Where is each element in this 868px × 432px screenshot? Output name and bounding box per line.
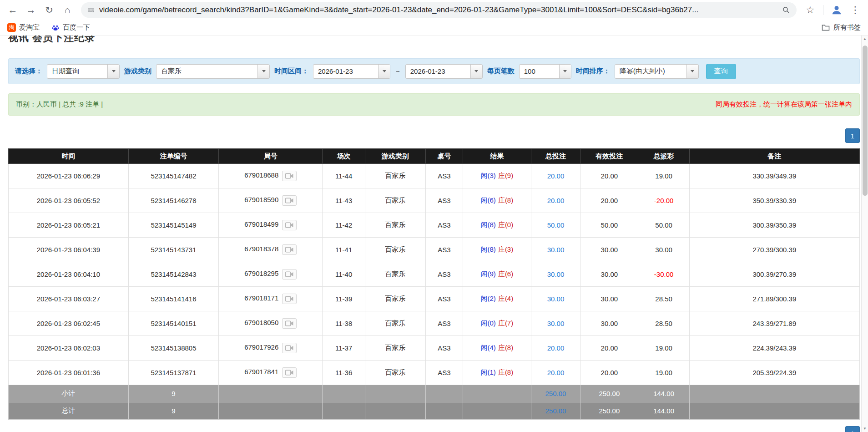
video-replay-button[interactable] <box>282 294 297 304</box>
date-end-input[interactable]: 2026-01-23 <box>405 64 483 79</box>
search-button[interactable]: 查询 <box>706 64 736 79</box>
dropdown-arrow-icon[interactable] <box>257 65 269 78</box>
column-header: 注单编号 <box>128 149 218 164</box>
site-info-icon[interactable] <box>87 6 95 14</box>
page-size-select[interactable]: 100 <box>519 64 571 79</box>
page-title: 视讯 会员下注纪录 <box>8 36 860 45</box>
table-row: 2026-01-23 06:03:27 523145141416 6790181… <box>9 287 860 311</box>
home-button[interactable]: ⌂ <box>59 2 76 18</box>
result-player: 闲(4) <box>481 344 496 351</box>
bookmarks-divider <box>815 23 815 33</box>
result-banker: 庄(8) <box>498 368 513 376</box>
bookmark-label: 百度一下 <box>63 23 90 32</box>
cell-note: 271.89/300.39 <box>689 287 859 311</box>
result-banker: 庄(8) <box>498 196 513 204</box>
cell-payout: -20.00 <box>638 188 689 213</box>
cell-valid-bet: 20.00 <box>580 188 638 213</box>
video-replay-button[interactable] <box>282 343 297 353</box>
folder-icon <box>822 24 830 31</box>
reload-button[interactable]: ↻ <box>41 2 57 18</box>
cell-total-bet: 30.00 <box>531 287 580 311</box>
bookmark-taobao[interactable]: 淘 爱淘宝 <box>7 23 40 32</box>
scroll-down-icon[interactable]: ▼ <box>862 425 868 432</box>
result-player: 闲(2) <box>481 295 496 302</box>
address-bar[interactable]: videoie.com/game/betrecord_search/kind3?… <box>81 2 797 18</box>
scrollbar-thumb[interactable] <box>863 46 868 196</box>
table-row: 2026-01-23 06:01:36 523145137871 6790178… <box>9 361 860 385</box>
cell-payout: 19.00 <box>638 164 689 188</box>
dropdown-arrow-icon[interactable] <box>107 65 119 78</box>
time-range-label: 时间区间： <box>274 67 308 76</box>
pagination-top: 1 <box>8 128 860 143</box>
forward-button[interactable]: → <box>23 2 39 18</box>
bookmark-baidu[interactable]: 百度一下 <box>51 23 90 32</box>
cell-note: 350.39/330.39 <box>689 188 859 213</box>
video-replay-button[interactable] <box>282 318 297 329</box>
dropdown-arrow-icon[interactable] <box>559 65 571 78</box>
bookmark-star-icon[interactable]: ☆ <box>802 2 818 18</box>
cell-valid-bet: 30.00 <box>580 287 638 311</box>
video-replay-button[interactable] <box>282 367 297 378</box>
cell-total-bet: 20.00 <box>531 164 580 188</box>
column-header: 有效投注 <box>580 149 638 164</box>
cell-time: 2026-01-23 06:01:36 <box>9 361 129 385</box>
date-start-input[interactable]: 2026-01-23 <box>313 64 390 79</box>
cell-note: 300.39/270.39 <box>689 262 859 287</box>
cell-game-type: 百家乐 <box>365 188 425 213</box>
vertical-scrollbar[interactable]: ▲ ▼ <box>861 36 868 432</box>
bookmark-label: 爱淘宝 <box>19 23 40 32</box>
cell-bet-id: 523145142843 <box>128 262 218 287</box>
page-number-button[interactable]: 1 <box>845 426 860 432</box>
cell-total-bet: 20.00 <box>531 336 580 361</box>
game-type-select[interactable]: 百家乐 <box>156 64 270 79</box>
video-replay-button[interactable] <box>282 244 297 255</box>
footer-count: 9 <box>128 385 218 402</box>
column-header: 备注 <box>689 149 859 164</box>
cell-result: 闲(9)庄(6) <box>463 262 531 287</box>
cell-game-type: 百家乐 <box>365 262 425 287</box>
cell-valid-bet: 30.00 <box>580 311 638 336</box>
scroll-up-icon[interactable]: ▲ <box>862 36 868 42</box>
cell-round: 679018688 <box>219 164 323 188</box>
zoom-icon[interactable] <box>782 6 790 14</box>
cell-bet-id: 523145147482 <box>128 164 218 188</box>
cell-empty <box>323 385 365 402</box>
cell-table-number: AS3 <box>425 311 463 336</box>
select-mode-label: 请选择： <box>15 67 42 76</box>
all-bookmarks-label[interactable]: 所有书签 <box>833 23 861 32</box>
cell-game-type: 百家乐 <box>365 164 425 188</box>
column-header: 总派彩 <box>638 149 689 164</box>
table-body: 2026-01-23 06:06:29 523145147482 6790186… <box>9 164 860 420</box>
video-replay-button[interactable] <box>282 171 297 181</box>
browser-menu-icon[interactable]: ⋮ <box>847 2 863 18</box>
dropdown-arrow-icon[interactable] <box>470 65 482 78</box>
cell-time: 2026-01-23 06:05:52 <box>9 188 129 213</box>
date-mode-select[interactable]: 日期查询 <box>47 64 120 79</box>
cell-session: 11-37 <box>323 336 365 361</box>
result-player: 闲(6) <box>481 196 496 204</box>
cell-payout: -30.00 <box>638 262 689 287</box>
cell-time: 2026-01-23 06:02:03 <box>9 336 129 361</box>
dropdown-arrow-icon[interactable] <box>378 65 390 78</box>
column-header: 局号 <box>219 149 323 164</box>
cell-bet-id: 523145143731 <box>128 238 218 262</box>
video-replay-button[interactable] <box>282 269 297 280</box>
profile-avatar[interactable] <box>831 4 843 16</box>
video-replay-button[interactable] <box>282 195 297 206</box>
filter-bar: 请选择： 日期查询 游戏类别 百家乐 时间区间： 2026-01-23 ~ 20… <box>8 58 860 84</box>
cell-time: 2026-01-23 06:02:45 <box>9 311 129 336</box>
back-button[interactable]: ← <box>5 2 21 18</box>
cell-empty <box>425 402 463 420</box>
table-row: 2026-01-23 06:04:39 523145143731 6790183… <box>9 238 860 262</box>
cell-round: 679017926 <box>219 336 323 361</box>
result-banker: 庄(8) <box>498 344 513 351</box>
cell-session: 11-39 <box>323 287 365 311</box>
video-replay-button[interactable] <box>282 220 297 230</box>
cell-session: 11-38 <box>323 311 365 336</box>
cell-payout: 28.50 <box>638 287 689 311</box>
dropdown-arrow-icon[interactable] <box>686 65 698 78</box>
sort-order-select[interactable]: 降幂(由大到小) <box>615 64 699 79</box>
cell-note: 224.39/243.39 <box>689 336 859 361</box>
page-number-button[interactable]: 1 <box>845 128 860 143</box>
page-size-label: 每页笔数 <box>487 67 515 76</box>
